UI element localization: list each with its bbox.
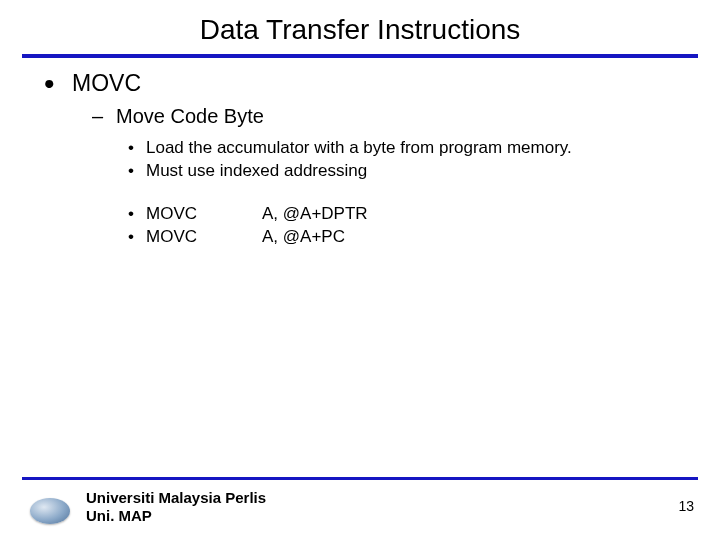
footer-line2: Uni. MAP [86,507,266,526]
code-row: • MOVC A, @A+PC [0,227,720,247]
code-row: • MOVC A, @A+DPTR [0,204,720,224]
dot-icon: • [128,204,146,224]
footer-text: Universiti Malaysia Perlis Uni. MAP [86,489,266,527]
code-operands-1: A, @A+PC [262,227,345,247]
bullet-level2: – Move Code Byte [0,105,720,128]
bullet-level3: • Load the accumulator with a byte from … [0,138,720,158]
page-number: 13 [678,498,694,514]
code-mnemonic-1: MOVC [146,227,262,247]
dot-icon: • [128,138,146,158]
dash-icon: – [92,105,116,128]
bullet-level1: • MOVC [0,70,720,97]
bullet-level3: • Must use indexed addressing [0,161,720,181]
level2-label: Move Code Byte [116,105,264,128]
footer-rule [22,477,698,480]
spacer [0,184,720,204]
unimap-logo-icon [30,498,70,524]
content-area: • MOVC – Move Code Byte • Load the accum… [0,58,720,247]
dot-icon: • [128,161,146,181]
slide-title: Data Transfer Instructions [0,0,720,54]
desc-line-1: Must use indexed addressing [146,161,367,181]
code-mnemonic-0: MOVC [146,204,262,224]
dot-icon: • [128,227,146,247]
code-operands-0: A, @A+DPTR [262,204,368,224]
desc-line-0: Load the accumulator with a byte from pr… [146,138,572,158]
bullet-dot-icon: • [44,77,72,91]
footer-line1: Universiti Malaysia Perlis [86,489,266,508]
footer: Universiti Malaysia Perlis Uni. MAP 13 [0,484,720,532]
level1-label: MOVC [72,70,141,97]
